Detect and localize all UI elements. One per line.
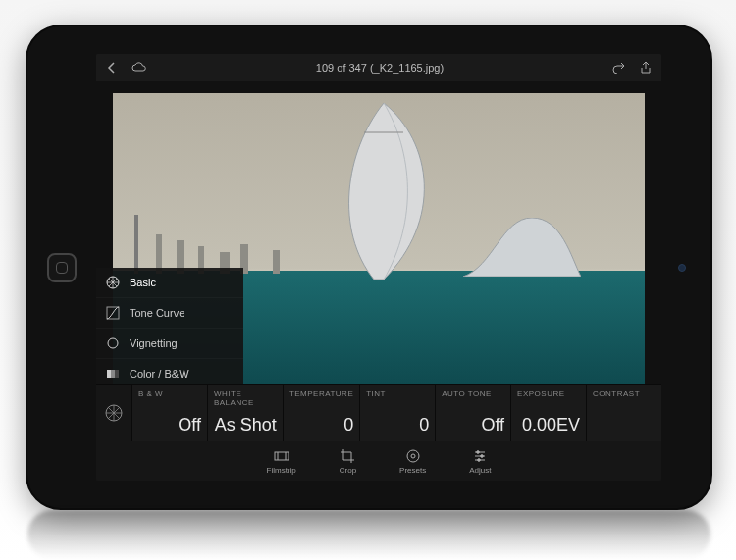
svg-rect-5 xyxy=(111,370,115,378)
adjust-temperature[interactable]: TEMPERATURE 0 xyxy=(283,385,359,441)
svg-point-15 xyxy=(411,454,415,458)
adjust-category-panel: Basic Tone Curve Vignetting Color / B&W … xyxy=(96,268,243,384)
adjust-label: EXPOSURE xyxy=(517,389,580,398)
svg-rect-11 xyxy=(275,452,289,460)
adjust-white-balance[interactable]: WHITE BALANCE As Shot xyxy=(207,385,283,441)
building-sail xyxy=(315,103,452,280)
adjust-value: 0.00EV xyxy=(517,415,580,435)
svg-point-20 xyxy=(481,454,484,457)
adjust-label: B & W xyxy=(138,389,201,398)
adjust-label: AUTO TONE xyxy=(442,389,504,398)
adjust-bw[interactable]: B & W Off xyxy=(131,385,207,441)
tool-filmstrip[interactable]: Filmstrip xyxy=(267,448,296,475)
cloud-icon[interactable] xyxy=(131,62,147,74)
adjust-value: As Shot xyxy=(214,415,277,435)
svg-rect-6 xyxy=(115,370,119,378)
svg-point-19 xyxy=(477,450,480,453)
adjust-value: 0 xyxy=(289,415,353,435)
page-title: 109 of 347 (_K2_1165.jpg) xyxy=(147,62,612,74)
tool-label: Filmstrip xyxy=(267,466,296,475)
filmstrip-icon xyxy=(274,448,289,464)
adjustment-row: B & W Off WHITE BALANCE As Shot TEMPERAT… xyxy=(96,384,661,441)
aperture-icon xyxy=(106,276,120,289)
front-camera xyxy=(678,264,686,272)
top-bar: 109 of 347 (_K2_1165.jpg) xyxy=(96,54,661,81)
presets-icon xyxy=(405,448,421,464)
adjust-label: TINT xyxy=(366,389,429,398)
tool-crop[interactable]: Crop xyxy=(340,448,356,475)
undo-icon[interactable] xyxy=(612,62,626,74)
tool-adjust[interactable]: Adjust xyxy=(469,448,491,475)
home-button[interactable] xyxy=(47,253,77,282)
sidebar-item-color-bw[interactable]: Color / B&W xyxy=(96,359,243,384)
adjust-value: Off xyxy=(138,415,201,435)
crop-icon xyxy=(340,448,355,464)
adjust-value: Off xyxy=(442,415,504,435)
adjust-auto-tone[interactable]: AUTO TONE Off xyxy=(435,385,510,441)
sidebar-item-vignetting[interactable]: Vignetting xyxy=(96,329,243,359)
aperture-button[interactable] xyxy=(96,385,131,441)
adjust-label: CONTRAST xyxy=(593,389,656,398)
tool-label: Presets xyxy=(399,466,426,475)
sidebar-item-tone-curve[interactable]: Tone Curve xyxy=(96,298,243,329)
sidebar-item-label: Vignetting xyxy=(130,337,178,349)
tool-label: Crop xyxy=(340,466,356,475)
share-icon[interactable] xyxy=(640,61,652,75)
sidebar-item-label: Tone Curve xyxy=(130,307,184,319)
tool-presets[interactable]: Presets xyxy=(399,448,426,475)
back-icon[interactable] xyxy=(106,62,118,74)
sidebar-item-label: Color / B&W xyxy=(130,368,189,380)
adjust-label: TEMPERATURE xyxy=(289,389,353,398)
sidebar-item-basic[interactable]: Basic xyxy=(96,268,243,298)
svg-point-14 xyxy=(407,450,419,462)
adjust-exposure[interactable]: EXPOSURE 0.00EV xyxy=(510,385,586,441)
adjust-tint[interactable]: TINT 0 xyxy=(359,385,435,441)
app-screen: 109 of 347 (_K2_1165.jpg) xyxy=(96,54,661,481)
tool-label: Adjust xyxy=(469,466,491,475)
photo-canvas[interactable]: Basic Tone Curve Vignetting Color / B&W … xyxy=(96,81,661,384)
curve-icon xyxy=(106,306,120,320)
adjust-label: WHITE BALANCE xyxy=(214,389,277,407)
tablet-frame: 109 of 347 (_K2_1165.jpg) xyxy=(26,25,712,510)
svg-point-21 xyxy=(478,458,481,461)
circle-icon xyxy=(106,336,120,350)
sidebar-item-label: Basic xyxy=(130,277,156,288)
adjust-contrast[interactable]: CONTRAST xyxy=(586,385,661,441)
svg-rect-4 xyxy=(107,370,111,378)
swatch-icon xyxy=(106,367,120,381)
svg-point-3 xyxy=(108,338,118,348)
building-wave xyxy=(463,218,581,277)
bottom-toolbar: Filmstrip Crop Presets Adjust xyxy=(96,441,661,481)
adjust-icon xyxy=(472,448,488,464)
adjust-value: 0 xyxy=(366,415,429,435)
